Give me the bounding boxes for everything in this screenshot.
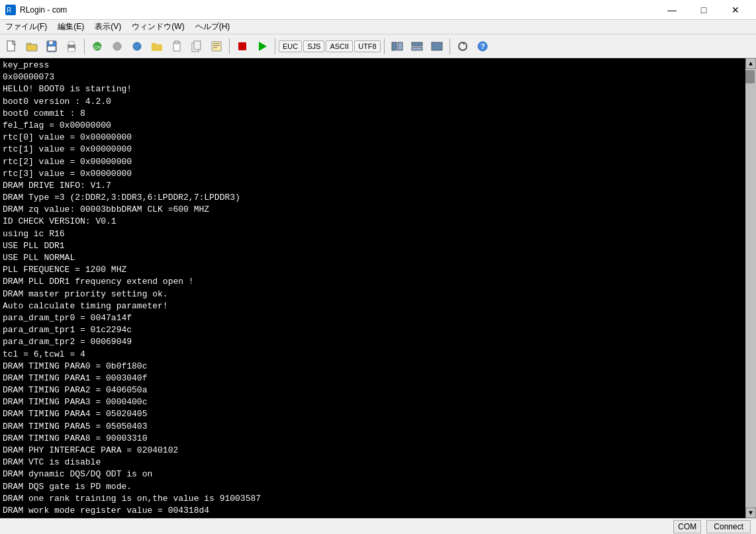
toolbar-refresh-button[interactable] bbox=[453, 37, 472, 56]
svg-text:ON: ON bbox=[94, 44, 102, 50]
toolbar-utf8-button[interactable]: UTF8 bbox=[354, 40, 381, 52]
help-icon: ? bbox=[477, 40, 489, 52]
connect-button[interactable]: Connect bbox=[706, 520, 751, 533]
connect-icon: ON bbox=[91, 40, 103, 52]
terminal-wrapper: key_press 0x00000073 HELLO! BOOT0 is sta… bbox=[0, 58, 756, 518]
title-bar-left: R RLogin - com bbox=[5, 5, 67, 15]
view3-icon bbox=[431, 40, 443, 52]
toolbar-folder-button[interactable] bbox=[148, 37, 166, 56]
scrollbar-track[interactable] bbox=[745, 69, 756, 508]
maximize-button[interactable]: □ bbox=[688, 1, 719, 19]
app-icon: R bbox=[5, 5, 16, 15]
scrollbar-thumb[interactable] bbox=[745, 70, 755, 83]
status-bar: COM Connect bbox=[0, 518, 756, 534]
terminal-content[interactable]: key_press 0x00000073 HELLO! BOOT0 is sta… bbox=[0, 58, 745, 518]
menu-help[interactable]: ヘルプ(H) bbox=[190, 20, 236, 34]
toolbar-reconnect-button[interactable] bbox=[128, 37, 146, 56]
scroll-down-arrow[interactable]: ▼ bbox=[745, 508, 756, 518]
svg-rect-30 bbox=[412, 42, 422, 46]
print-icon bbox=[66, 40, 77, 52]
stop-icon bbox=[236, 40, 248, 52]
svg-marker-27 bbox=[259, 42, 267, 51]
toolbar-save-button[interactable] bbox=[42, 37, 61, 56]
toolbar-connect-button[interactable]: ON bbox=[88, 37, 107, 56]
window-title: RLogin - com bbox=[20, 5, 67, 15]
toolbar-separator-2 bbox=[229, 38, 230, 54]
run-icon bbox=[256, 40, 268, 52]
svg-rect-11 bbox=[68, 48, 75, 52]
svg-rect-31 bbox=[412, 47, 422, 50]
com-status: COM bbox=[673, 520, 701, 533]
toolbar-separator-1 bbox=[84, 38, 85, 54]
toolbar-ascii-button[interactable]: ASCII bbox=[326, 40, 353, 52]
svg-text:?: ? bbox=[481, 42, 485, 50]
log-icon bbox=[211, 40, 222, 52]
menu-edit[interactable]: 編集(E) bbox=[52, 20, 89, 34]
svg-rect-29 bbox=[398, 42, 402, 50]
menu-bar: ファイル(F) 編集(E) 表示(V) ウィンドウ(W) ヘルプ(H) bbox=[0, 20, 756, 34]
svg-point-15 bbox=[133, 42, 141, 50]
folder-icon bbox=[151, 40, 163, 52]
svg-rect-22 bbox=[212, 42, 221, 51]
toolbar-help-button[interactable]: ? bbox=[473, 37, 492, 56]
menu-view[interactable]: 表示(V) bbox=[89, 20, 126, 34]
toolbar-log-button[interactable] bbox=[207, 37, 226, 56]
toolbar-euc-button[interactable]: EUC bbox=[279, 40, 302, 52]
new-icon bbox=[6, 40, 18, 52]
toolbar: ON bbox=[0, 34, 756, 58]
menu-file[interactable]: ファイル(F) bbox=[0, 20, 52, 34]
svg-rect-19 bbox=[175, 41, 179, 44]
svg-rect-21 bbox=[194, 41, 201, 50]
toolbar-open-button[interactable] bbox=[23, 37, 41, 56]
toolbar-print-button[interactable] bbox=[62, 37, 81, 56]
toolbar-disconnect-button[interactable] bbox=[108, 37, 126, 56]
toolbar-stop-button[interactable] bbox=[233, 37, 252, 56]
svg-rect-17 bbox=[152, 44, 162, 51]
svg-rect-26 bbox=[238, 42, 246, 50]
save-icon bbox=[46, 40, 58, 52]
toolbar-view1-button[interactable] bbox=[388, 37, 406, 56]
scroll-up-arrow[interactable]: ▲ bbox=[745, 58, 756, 69]
toolbar-new-button[interactable] bbox=[3, 37, 21, 56]
svg-rect-5 bbox=[26, 44, 37, 51]
scrollbar-vertical[interactable]: ▲ ▼ bbox=[745, 58, 756, 518]
svg-rect-8 bbox=[48, 46, 56, 51]
toolbar-view2-button[interactable] bbox=[408, 37, 426, 56]
toolbar-separator-3 bbox=[275, 38, 275, 54]
close-button[interactable]: ✕ bbox=[720, 1, 751, 19]
view2-icon bbox=[411, 40, 423, 52]
toolbar-run-button[interactable] bbox=[253, 37, 271, 56]
view1-icon bbox=[391, 40, 403, 52]
svg-text:R: R bbox=[7, 7, 11, 14]
svg-rect-32 bbox=[432, 42, 442, 50]
title-bar-controls: — □ ✕ bbox=[657, 1, 751, 19]
copy-icon bbox=[191, 40, 203, 52]
svg-rect-7 bbox=[49, 41, 53, 44]
terminal-output: key_press 0x00000073 HELLO! BOOT0 is sta… bbox=[0, 58, 745, 518]
disconnect-icon bbox=[111, 40, 123, 52]
toolbar-separator-4 bbox=[384, 38, 385, 54]
minimize-button[interactable]: — bbox=[657, 1, 687, 19]
toolbar-separator-5 bbox=[449, 38, 450, 54]
svg-point-14 bbox=[113, 42, 121, 50]
menu-window[interactable]: ウィンドウ(W) bbox=[126, 20, 189, 34]
reconnect-icon bbox=[131, 40, 143, 52]
svg-rect-28 bbox=[392, 42, 397, 50]
toolbar-copy-button[interactable] bbox=[187, 37, 206, 56]
refresh-icon bbox=[457, 40, 469, 52]
svg-rect-10 bbox=[69, 42, 74, 45]
open-icon bbox=[26, 40, 38, 52]
toolbar-view3-button[interactable] bbox=[428, 37, 446, 56]
toolbar-paste-button[interactable] bbox=[167, 37, 186, 56]
toolbar-sjs-button[interactable]: SJS bbox=[303, 40, 324, 52]
title-bar: R RLogin - com — □ ✕ bbox=[0, 0, 756, 20]
paste-icon bbox=[171, 40, 183, 52]
svg-rect-16 bbox=[152, 43, 156, 44]
